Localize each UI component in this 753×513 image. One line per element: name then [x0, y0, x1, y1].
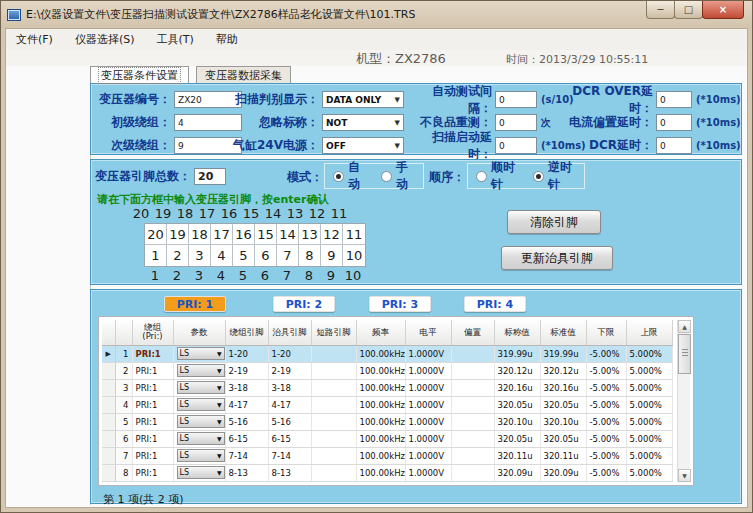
param-select[interactable]: LS▼	[177, 466, 225, 479]
param-select[interactable]: LS▼	[177, 381, 225, 394]
row-selector-cell[interactable]	[102, 447, 115, 464]
pin-input-r1-c6[interactable]: 15	[255, 224, 277, 245]
pin-input-r1-c5[interactable]: 16	[233, 224, 255, 245]
order-option-逆时针[interactable]: 逆时针	[533, 159, 576, 193]
menu-item-4[interactable]: 帮助	[216, 32, 238, 47]
param-dropdown-icon: ▼	[217, 384, 222, 391]
wpin-cell: 7-14	[225, 447, 268, 464]
scan-judge-display-select[interactable]: DATA ONLY▼	[322, 91, 404, 108]
pri-tab-2[interactable]: PRI: 2	[273, 296, 335, 312]
title-bar[interactable]: E:\仪器设置文件\变压器扫描测试设置文件\ZX2786样品老化设置文件\101…	[1, 1, 752, 28]
pin-input-r2-c1[interactable]: 1	[145, 245, 167, 266]
row-selector-cell[interactable]	[102, 362, 115, 379]
param-value: LS	[180, 366, 190, 375]
row-selector-cell[interactable]	[102, 430, 115, 447]
pin-input-r1-c3[interactable]: 18	[189, 224, 211, 245]
mode-radio-1[interactable]	[333, 171, 344, 182]
mode-option-手动[interactable]: 手动	[381, 159, 415, 193]
param-select[interactable]: LS▼	[177, 449, 225, 462]
pin-input-r2-c8[interactable]: 8	[299, 245, 321, 266]
pin-input-r2-c6[interactable]: 6	[255, 245, 277, 266]
maximize-button[interactable]: □	[674, 1, 703, 19]
pin-input-r2-c9[interactable]: 9	[321, 245, 343, 266]
app-icon	[7, 9, 21, 21]
jpin-cell: 1-20	[268, 345, 311, 362]
pin-bottom-label-1: 1	[144, 268, 166, 283]
menu-item-1[interactable]: 文件(F)	[16, 32, 53, 47]
cylinder-24v-power-select[interactable]: OFF▼	[322, 137, 404, 154]
pri-tab-4[interactable]: PRI: 4	[464, 296, 526, 312]
jpin-cell: 5-16	[268, 413, 311, 430]
param-select[interactable]: LS▼	[177, 415, 225, 428]
pin-input-r2-c10[interactable]: 10	[343, 245, 365, 266]
current-bias-delay-field[interactable]: 0	[656, 114, 692, 131]
minimize-button[interactable]: ─	[646, 1, 675, 19]
param-select[interactable]: LS▼	[177, 398, 225, 411]
scroll-down-icon[interactable]: ▼	[678, 469, 691, 482]
order-radio-1[interactable]	[476, 171, 487, 182]
row-selector-cell[interactable]	[102, 413, 115, 430]
table-scrollbar[interactable]: ▲ ▼	[677, 320, 690, 482]
menu-item-2[interactable]: 仪器选择(S)	[75, 32, 135, 47]
bias-cell	[451, 464, 494, 481]
mode-radio-2[interactable]	[381, 171, 392, 182]
param-select[interactable]: LS▼	[177, 364, 225, 377]
pin-input-r2-c5[interactable]: 5	[233, 245, 255, 266]
col-header-11: 下限	[586, 320, 626, 345]
pin-input-r1-c9[interactable]: 12	[321, 224, 343, 245]
param-select[interactable]: LS▼	[177, 432, 225, 445]
tab-condition-settings[interactable]: 变压器条件设置	[90, 66, 189, 83]
nominal-cell: 320.05u	[494, 430, 540, 447]
pin-total-input[interactable]: 20	[194, 168, 226, 185]
pin-bottom-label-10: 10	[342, 268, 364, 283]
menu-item-3[interactable]: 工具(T)	[157, 32, 194, 47]
retest-defective-field[interactable]: 0	[495, 114, 537, 131]
pin-input-r1-c2[interactable]: 19	[167, 224, 189, 245]
pin-input-r2-c2[interactable]: 2	[167, 245, 189, 266]
pin-input-r1-c1[interactable]: 20	[145, 224, 167, 245]
table-row[interactable]: ▶1PRI:1LS▼1-201-20100.00kHz1.0000V319.99…	[102, 345, 672, 362]
freq-cell: 100.00kHz	[356, 447, 405, 464]
pin-input-r1-c4[interactable]: 17	[211, 224, 233, 245]
table-row[interactable]: 3PRI:1LS▼3-183-18100.00kHz1.0000V320.16u…	[102, 379, 672, 396]
scan-start-delay-field[interactable]: 0	[495, 137, 537, 154]
table-row[interactable]: 6PRI:1LS▼6-156-15100.00kHz1.0000V320.05u…	[102, 430, 672, 447]
table-row[interactable]: 7PRI:1LS▼7-147-14100.00kHz1.0000V320.11u…	[102, 447, 672, 464]
order-option-顺时针[interactable]: 顺时针	[476, 159, 519, 193]
clear-pins-button[interactable]: 清除引脚	[507, 210, 601, 234]
spin-cell	[311, 464, 356, 481]
condition-panel: 变压器编号：ZX20初级绕组：4次级绕组：9扫描判别显示：DATA ONLY▼忽…	[90, 83, 742, 155]
order-radio-2[interactable]	[533, 171, 544, 182]
table-row[interactable]: 5PRI:1LS▼5-165-16100.00kHz1.0000V320.10u…	[102, 413, 672, 430]
pin-input-r1-c10[interactable]: 11	[343, 224, 365, 245]
tab-data-collect[interactable]: 变压器数据采集	[196, 66, 291, 83]
table-row[interactable]: 2PRI:1LS▼2-192-19100.00kHz1.0000V320.12u…	[102, 362, 672, 379]
pin-input-r2-c7[interactable]: 7	[277, 245, 299, 266]
auto-test-interval-field[interactable]: 0	[495, 91, 537, 108]
close-button[interactable]: ×	[702, 1, 744, 19]
pin-top-label-10: 11	[328, 206, 350, 221]
cylinder-24v-power-value: OFF	[326, 141, 346, 151]
scrollbar-thumb[interactable]	[678, 334, 691, 374]
pin-top-label-1: 20	[130, 206, 152, 221]
pin-input-r2-c4[interactable]: 4	[211, 245, 233, 266]
row-selector-cell[interactable]	[102, 379, 115, 396]
ignore-nominal-select[interactable]: NOT▼	[322, 114, 404, 131]
dcr-delay-field[interactable]: 0	[656, 137, 692, 154]
pri-tab-3[interactable]: PRI: 3	[369, 296, 431, 312]
mode-option-自动[interactable]: 自动	[333, 159, 367, 193]
pin-input-r2-c3[interactable]: 3	[189, 245, 211, 266]
pin-input-r1-c8[interactable]: 13	[299, 224, 321, 245]
param-select[interactable]: LS▼	[177, 347, 225, 360]
row-selector-cell[interactable]	[102, 396, 115, 413]
table-row[interactable]: 4PRI:1LS▼4-174-17100.00kHz1.0000V320.05u…	[102, 396, 672, 413]
scroll-up-icon[interactable]: ▲	[678, 320, 691, 333]
update-jig-pins-button[interactable]: 更新治具引脚	[501, 246, 613, 270]
table-row[interactable]: 8PRI:1LS▼8-138-13100.00kHz1.0000V320.09u…	[102, 464, 672, 481]
current-row-marker[interactable]: ▶	[102, 345, 115, 362]
dcr-over-delay-field[interactable]: 0	[656, 91, 692, 108]
row-selector-cell[interactable]	[102, 464, 115, 481]
pin-input-r1-c7[interactable]: 14	[277, 224, 299, 245]
pri-tab-1[interactable]: PRI: 1	[164, 296, 226, 312]
scan-judge-display-value: DATA ONLY	[326, 95, 381, 105]
